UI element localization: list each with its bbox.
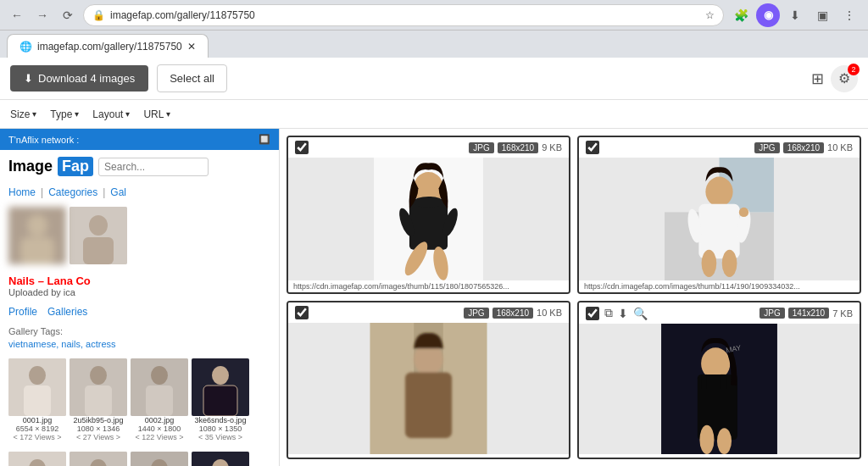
toolbar-right: ⊞ ⚙ 2 bbox=[811, 65, 858, 92]
type-filter[interactable]: Type bbox=[50, 108, 79, 120]
sidebar-thumb-2[interactable] bbox=[70, 207, 127, 264]
download-icon: ⬇ bbox=[24, 72, 33, 85]
site-search-input[interactable] bbox=[98, 158, 209, 176]
extensions-button[interactable]: 🧩 bbox=[729, 3, 753, 27]
split-screen-button[interactable]: ▣ bbox=[810, 3, 834, 27]
card-3-size: 10 KB bbox=[537, 308, 562, 318]
svg-rect-8 bbox=[24, 386, 51, 416]
star-icon: ☆ bbox=[705, 9, 715, 21]
image-card-2: JPG 168x210 10 KB bbox=[577, 136, 861, 294]
card-2-header: JPG 168x210 10 KB bbox=[579, 137, 860, 158]
bottom-thumb-7[interactable] bbox=[131, 452, 188, 466]
nav-categories[interactable]: Categories bbox=[48, 186, 97, 198]
svg-point-46 bbox=[702, 250, 717, 277]
sidebar-links: Profile Galleries bbox=[0, 302, 279, 321]
svg-rect-59 bbox=[721, 374, 726, 389]
card-2-checkbox[interactable] bbox=[586, 141, 599, 154]
address-bar[interactable]: 🔒 imagefap.com/gallery/11875750 ☆ bbox=[83, 4, 724, 26]
profile-button[interactable]: ◉ bbox=[756, 3, 780, 27]
menu-button[interactable]: ⋮ bbox=[837, 3, 861, 27]
tab-bar: 🌐 imagefap.com/gallery/11875750 ✕ bbox=[0, 31, 868, 58]
gallery-uploader: Uploaded by ica bbox=[8, 287, 270, 297]
url-text: imagefap.com/gallery/11875750 bbox=[110, 9, 700, 21]
browser-actions: 🧩 ◉ ⬇ ▣ ⋮ bbox=[729, 3, 861, 27]
tab-close-icon[interactable]: ✕ bbox=[187, 41, 196, 53]
logo-image-text: Image bbox=[8, 158, 53, 175]
lock-icon: 🔒 bbox=[92, 9, 105, 21]
card-4-download-icon[interactable]: ⬇ bbox=[618, 307, 628, 320]
card-1-checkbox[interactable] bbox=[295, 141, 309, 154]
type-filter-label: Type bbox=[50, 108, 72, 120]
card-4-image: MAY DAY bbox=[579, 324, 860, 454]
card-4-url bbox=[579, 454, 860, 458]
card-1-image bbox=[288, 158, 569, 280]
settings-button[interactable]: ⚙ 2 bbox=[831, 65, 858, 92]
card-4-size: 7 KB bbox=[832, 308, 853, 319]
svg-rect-52 bbox=[405, 373, 452, 439]
content-area: JPG 168x210 9 KB bbox=[280, 129, 868, 466]
card-4-meta: JPG 141x210 7 KB bbox=[760, 308, 853, 319]
tags-label: Gallery Tags: bbox=[8, 326, 63, 336]
nav-galleries[interactable]: Gal bbox=[110, 186, 126, 198]
download-button[interactable]: ⬇ Download 4 images bbox=[10, 65, 148, 92]
card-3-meta: JPG 168x210 10 KB bbox=[464, 308, 562, 319]
bottom-thumb-2[interactable]: 2u5ikb95-o.jpg 1080 × 1346 < 27 Views > bbox=[70, 358, 127, 441]
back-button[interactable]: ← bbox=[7, 5, 27, 25]
card-3-checkbox[interactable] bbox=[295, 306, 309, 319]
svg-point-13 bbox=[151, 366, 168, 385]
gallery-tags: Gallery Tags: vietnamese, nails, actress bbox=[0, 321, 279, 353]
sidebar-network-banner: T'nAflix network : 🔲 bbox=[0, 129, 279, 150]
card-4-share-icon[interactable]: ⧉ bbox=[604, 306, 613, 320]
notification-badge: 2 bbox=[848, 64, 860, 75]
svg-rect-32 bbox=[409, 202, 448, 249]
select-all-button[interactable]: Select all bbox=[157, 64, 227, 92]
bottom-thumb-5[interactable] bbox=[8, 452, 66, 466]
sidebar-thumb-1[interactable] bbox=[8, 207, 66, 264]
refresh-button[interactable]: ⟳ bbox=[58, 5, 78, 25]
bottom-thumb-6[interactable] bbox=[70, 452, 127, 466]
svg-rect-14 bbox=[146, 386, 173, 416]
svg-point-10 bbox=[90, 366, 107, 385]
card-2-format: JPG bbox=[754, 142, 779, 153]
svg-point-7 bbox=[29, 366, 46, 385]
card-1-size: 9 KB bbox=[542, 142, 562, 153]
active-tab[interactable]: 🌐 imagefap.com/gallery/11875750 ✕ bbox=[7, 34, 209, 58]
bottom-thumb-3[interactable]: 0002.jpg 1440 × 1800 < 122 Views > bbox=[131, 358, 188, 441]
card-2-meta: JPG 168x210 10 KB bbox=[754, 142, 853, 153]
profile-link[interactable]: Profile bbox=[8, 306, 37, 318]
tab-title: imagefap.com/gallery/11875750 bbox=[37, 41, 182, 53]
image-card-4: ⧉ ⬇ 🔍 JPG 141x210 7 KB MAY DAY bbox=[577, 301, 861, 459]
bottom-thumbs-strip: 0001.jpg 6554 × 8192 < 172 Views > 2u5ik… bbox=[0, 353, 279, 447]
sidebar: T'nAflix network : 🔲 Image Fap Home | Ca… bbox=[0, 129, 280, 466]
galleries-link[interactable]: Galleries bbox=[47, 306, 87, 318]
bottom-thumb-4[interactable]: 3ke6snds-o.jpg 1080 × 1350 < 35 Views > bbox=[192, 358, 249, 441]
card-1-url: https://cdn.imagefap.com/images/thumb/11… bbox=[288, 280, 569, 292]
card-3-dims: 168x210 bbox=[492, 308, 533, 319]
card-4-zoom-icon[interactable]: 🔍 bbox=[633, 307, 648, 320]
card-3-url bbox=[288, 454, 569, 458]
card-1-dims: 168x210 bbox=[498, 142, 538, 153]
thumb2-dims: 1080 × 1346 bbox=[70, 424, 127, 433]
download-manager-button[interactable]: ⬇ bbox=[783, 3, 807, 27]
sidebar-logo: Image Fap bbox=[0, 150, 279, 183]
url-filter[interactable]: URL bbox=[143, 108, 170, 120]
svg-point-1 bbox=[27, 214, 47, 236]
network-label: T'nAflix network : bbox=[8, 135, 79, 145]
thumb2-views: < 27 Views > bbox=[70, 433, 127, 441]
tags-list: vietnamese, nails, actress bbox=[8, 339, 116, 349]
svg-point-45 bbox=[739, 208, 748, 217]
card-3-header: JPG 168x210 10 KB bbox=[288, 302, 569, 323]
thumb3-dims: 1440 × 1800 bbox=[131, 424, 188, 433]
grid-view-button[interactable]: ⊞ bbox=[811, 69, 824, 88]
card-4-checkbox[interactable] bbox=[586, 307, 599, 320]
size-filter-label: Size bbox=[10, 108, 30, 120]
bottom-thumb-8[interactable] bbox=[192, 452, 249, 466]
size-filter[interactable]: Size bbox=[10, 108, 36, 120]
forward-button[interactable]: → bbox=[32, 5, 53, 25]
bottom-thumb-1[interactable]: 0001.jpg 6554 × 8192 < 172 Views > bbox=[8, 358, 66, 441]
svg-rect-11 bbox=[85, 386, 112, 416]
svg-point-16 bbox=[212, 366, 229, 385]
nav-home[interactable]: Home bbox=[8, 186, 36, 198]
layout-filter[interactable]: Layout bbox=[92, 108, 130, 120]
select-all-label: Select all bbox=[170, 72, 214, 85]
